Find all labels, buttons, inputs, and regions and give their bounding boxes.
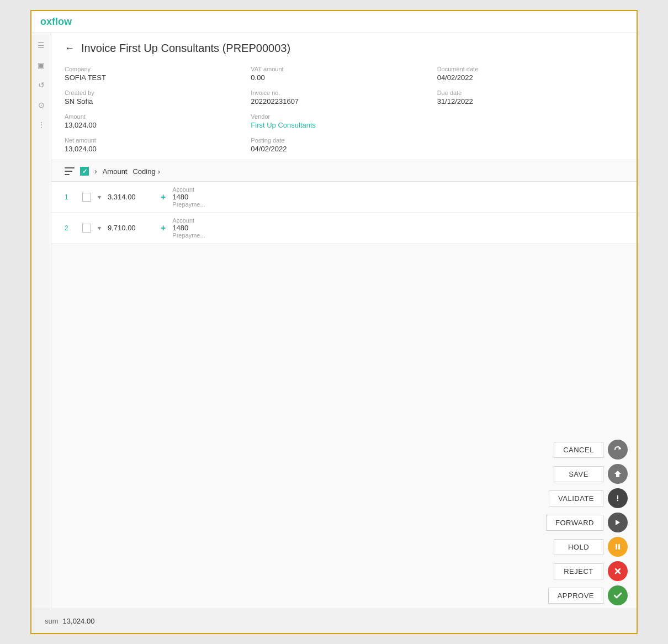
reject-row: REJECT: [554, 561, 628, 581]
due-date-label: Due date: [437, 89, 623, 96]
svg-rect-5: [618, 544, 620, 550]
save-icon-button[interactable]: [608, 464, 628, 484]
validate-button[interactable]: VALIDATE: [549, 490, 603, 506]
vat-value: 0.00: [251, 73, 437, 82]
table-row: 2 ▾ 9,710.00 + Account 1480 Prepayme...: [51, 213, 637, 244]
net-amount-label: Net amount: [65, 137, 251, 144]
sidebar-icon-refresh[interactable]: ↺: [36, 80, 47, 91]
amount-value: 13,024.00: [65, 121, 251, 129]
col-header-amount: Amount: [103, 167, 128, 176]
metadata-col-2: VAT amount 0.00 Invoice no. 202202231607…: [251, 66, 437, 153]
select-all-checkbox[interactable]: [80, 167, 89, 176]
due-date-value: 31/12/2022: [437, 97, 623, 105]
row-1-chevron[interactable]: ▾: [98, 193, 101, 201]
hold-row: HOLD: [554, 537, 628, 557]
cancel-row: CANCEL: [554, 440, 628, 460]
svg-marker-3: [616, 520, 620, 525]
company-label: Company: [65, 66, 251, 72]
save-row: SAVE: [554, 464, 628, 484]
table-row: 1 ▾ 3,314.00 + Account 1480 Prepayme...: [51, 182, 637, 213]
row-2-account: Account 1480 Prepayme...: [172, 217, 205, 239]
validate-icon-button[interactable]: [608, 488, 628, 508]
forward-button[interactable]: FORWARD: [546, 515, 603, 531]
validate-row: VALIDATE: [549, 488, 628, 508]
document-date-value: 04/02/2022: [437, 73, 623, 82]
col-header-coding[interactable]: Coding ›: [132, 167, 160, 176]
page-title: Invoice First Up Consultants (PREP00003): [81, 42, 290, 55]
sum-value: 13,024.00: [63, 617, 95, 625]
metadata-col-1: Company SOFIA TEST Created by SN Sofia A…: [65, 66, 251, 153]
app-logo: oxflow: [40, 16, 72, 28]
approve-button[interactable]: APPROVE: [548, 588, 603, 604]
reject-icon-button[interactable]: [608, 561, 628, 581]
approve-row: APPROVE: [548, 585, 628, 605]
row-2-amount: 9,710.00: [108, 224, 152, 232]
expand-all-chevron[interactable]: ›: [94, 167, 97, 176]
row-1-number: 1: [65, 193, 76, 201]
vat-label: VAT amount: [251, 66, 437, 72]
meta-posting-date: Posting date 04/02/2022: [251, 137, 437, 153]
approve-icon-button[interactable]: [608, 585, 628, 605]
row-1-account-label: Account: [172, 186, 205, 193]
metadata-col-3: Document date 04/02/2022 Due date 31/12/…: [437, 66, 623, 153]
company-value: SOFIA TEST: [65, 73, 251, 82]
reject-button[interactable]: REJECT: [554, 563, 603, 579]
sum-label: sum: [45, 617, 59, 625]
svg-rect-2: [617, 500, 618, 501]
hold-button[interactable]: HOLD: [554, 539, 603, 555]
meta-amount: Amount 13,024.00: [65, 113, 251, 129]
row-1-add-button[interactable]: +: [161, 192, 166, 202]
posting-date-value: 04/02/2022: [251, 145, 437, 153]
svg-rect-4: [616, 544, 617, 550]
forward-icon-button[interactable]: [608, 513, 628, 532]
row-2-add-button[interactable]: +: [161, 223, 166, 233]
sidebar-icon-more[interactable]: ⋮: [36, 119, 47, 130]
row-2-account-number: 1480: [172, 224, 205, 232]
row-2-number: 2: [65, 224, 76, 232]
meta-company: Company SOFIA TEST: [65, 66, 251, 82]
meta-vendor: Vendor First Up Consultants: [251, 113, 437, 129]
created-by-value: SN Sofia: [65, 97, 251, 105]
sidebar-icon-menu[interactable]: ☰: [36, 40, 47, 51]
row-1-amount: 3,314.00: [108, 193, 152, 201]
top-bar: oxflow: [31, 11, 637, 33]
vendor-value[interactable]: First Up Consultants: [251, 121, 437, 129]
sidebar-icon-search[interactable]: ⊙: [36, 99, 47, 110]
table-toolbar: › Amount Coding ›: [51, 160, 637, 182]
posting-date-label: Posting date: [251, 137, 437, 144]
meta-due-date: Due date 31/12/2022: [437, 89, 623, 105]
row-1-account: Account 1480 Prepayme...: [172, 186, 205, 208]
invoice-no-value: 202202231607: [251, 97, 437, 105]
cancel-icon-button[interactable]: [608, 440, 628, 460]
amount-label: Amount: [65, 113, 251, 120]
row-2-account-desc: Prepayme...: [172, 232, 205, 239]
row-1-account-number: 1480: [172, 193, 205, 201]
invoice-no-label: Invoice no.: [251, 89, 437, 96]
sum-bar: sum 13,024.00: [31, 609, 637, 633]
back-button[interactable]: ←: [65, 43, 75, 54]
cancel-button[interactable]: CANCEL: [554, 442, 603, 458]
row-2-chevron[interactable]: ▾: [98, 224, 101, 232]
row-2-checkbox[interactable]: [82, 224, 91, 233]
sidebar: ☰ ▣ ↺ ⊙ ⋮: [31, 33, 51, 633]
forward-row: FORWARD: [546, 513, 628, 532]
row-1-checkbox[interactable]: [82, 193, 91, 202]
row-2-account-label: Account: [172, 217, 205, 224]
meta-net-amount: Net amount 13,024.00: [65, 137, 251, 153]
filter-icon[interactable]: [65, 167, 75, 175]
document-date-label: Document date: [437, 66, 623, 72]
meta-invoice-no: Invoice no. 202202231607: [251, 89, 437, 105]
table-body: 1 ▾ 3,314.00 + Account 1480 Prepayme...: [51, 182, 637, 244]
vendor-label: Vendor: [251, 113, 437, 120]
svg-marker-0: [614, 471, 621, 477]
meta-created-by: Created by SN Sofia: [65, 89, 251, 105]
hold-icon-button[interactable]: [608, 537, 628, 557]
meta-document-date: Document date 04/02/2022: [437, 66, 623, 82]
meta-vat: VAT amount 0.00: [251, 66, 437, 82]
row-1-account-desc: Prepayme...: [172, 201, 205, 208]
save-button[interactable]: SAVE: [554, 466, 603, 482]
sidebar-icon-dashboard[interactable]: ▣: [36, 60, 47, 71]
page-header: ← Invoice First Up Consultants (PREP0000…: [51, 33, 637, 160]
actions-panel: CANCEL SAVE VALIDATE: [546, 440, 628, 605]
svg-rect-1: [617, 495, 618, 499]
